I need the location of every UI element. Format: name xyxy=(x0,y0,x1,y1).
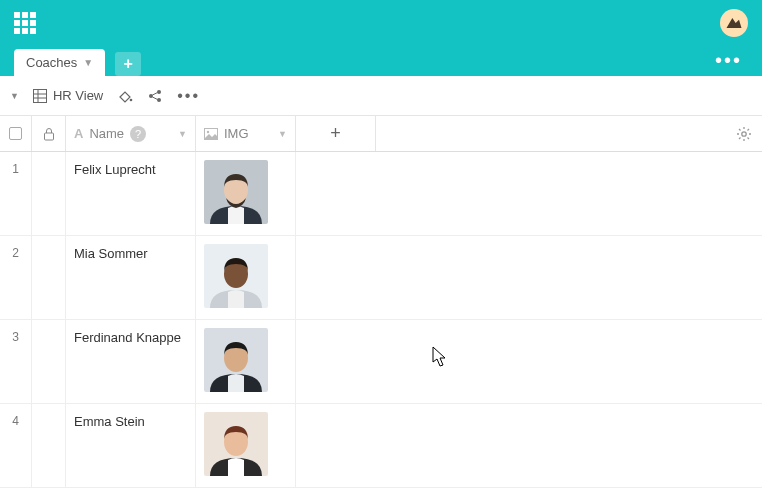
column-header-img[interactable]: IMG ▼ xyxy=(196,116,296,151)
svg-line-18 xyxy=(739,129,741,131)
image-cell[interactable] xyxy=(196,152,296,235)
svg-point-7 xyxy=(157,98,161,102)
svg-point-13 xyxy=(742,132,746,136)
table-row: 1Felix Luprecht xyxy=(0,152,762,236)
table-row: 4Emma Stein xyxy=(0,404,762,488)
select-all-checkbox[interactable] xyxy=(9,127,22,140)
tab-label: Coaches xyxy=(26,55,77,70)
row-lock-cell xyxy=(32,320,66,403)
image-cell[interactable] xyxy=(196,236,296,319)
view-selector[interactable]: HR View xyxy=(33,88,103,103)
add-tab-button[interactable]: + xyxy=(115,52,141,76)
table-row: 2Mia Sommer xyxy=(0,236,762,320)
lock-column-icon[interactable] xyxy=(32,116,66,151)
row-number[interactable]: 4 xyxy=(0,404,32,487)
svg-line-19 xyxy=(748,138,750,140)
svg-line-21 xyxy=(748,129,750,131)
svg-line-9 xyxy=(153,97,158,100)
table-row: 3Ferdinand Knappe xyxy=(0,320,762,404)
svg-point-12 xyxy=(207,130,209,132)
row-number[interactable]: 1 xyxy=(0,152,32,235)
profile-thumbnail[interactable] xyxy=(204,328,268,392)
view-label: HR View xyxy=(53,88,103,103)
name-cell[interactable]: Mia Sommer xyxy=(66,236,196,319)
row-lock-cell xyxy=(32,152,66,235)
svg-line-8 xyxy=(153,92,158,95)
chevron-down-icon[interactable]: ▼ xyxy=(178,129,187,139)
svg-point-4 xyxy=(130,98,133,101)
row-number[interactable]: 2 xyxy=(0,236,32,319)
add-column-button[interactable]: + xyxy=(296,116,376,151)
profile-thumbnail[interactable] xyxy=(204,160,268,224)
paint-bucket-icon[interactable] xyxy=(117,88,133,104)
text-type-icon: A xyxy=(74,126,83,141)
image-type-icon xyxy=(204,128,218,140)
svg-rect-0 xyxy=(33,89,46,102)
row-number[interactable]: 3 xyxy=(0,320,32,403)
row-lock-cell xyxy=(32,236,66,319)
svg-rect-10 xyxy=(44,133,53,140)
toolbar-more-icon[interactable]: ••• xyxy=(177,87,200,105)
name-cell[interactable]: Emma Stein xyxy=(66,404,196,487)
image-cell[interactable] xyxy=(196,320,296,403)
apps-launcher-icon[interactable] xyxy=(14,12,36,34)
profile-thumbnail[interactable] xyxy=(204,412,268,476)
chevron-down-icon[interactable]: ▼ xyxy=(278,129,287,139)
svg-point-6 xyxy=(157,90,161,94)
help-icon[interactable]: ? xyxy=(130,126,146,142)
top-more-icon[interactable]: ••• xyxy=(709,45,748,76)
column-label: IMG xyxy=(224,126,249,141)
name-cell[interactable]: Ferdinand Knappe xyxy=(66,320,196,403)
view-filter-icon[interactable]: ▼ xyxy=(10,91,19,101)
column-header-name[interactable]: A Name ? ▼ xyxy=(66,116,196,151)
name-cell[interactable]: Felix Luprecht xyxy=(66,152,196,235)
svg-line-20 xyxy=(739,138,741,140)
settings-gear-icon[interactable] xyxy=(736,126,752,145)
tab-coaches[interactable]: Coaches ▼ xyxy=(14,49,105,76)
image-cell[interactable] xyxy=(196,404,296,487)
column-label: Name xyxy=(89,126,124,141)
row-lock-cell xyxy=(32,404,66,487)
share-icon[interactable] xyxy=(147,88,163,104)
table-icon xyxy=(33,89,47,103)
user-avatar[interactable] xyxy=(720,9,748,37)
chevron-down-icon: ▼ xyxy=(83,57,93,68)
profile-thumbnail[interactable] xyxy=(204,244,268,308)
